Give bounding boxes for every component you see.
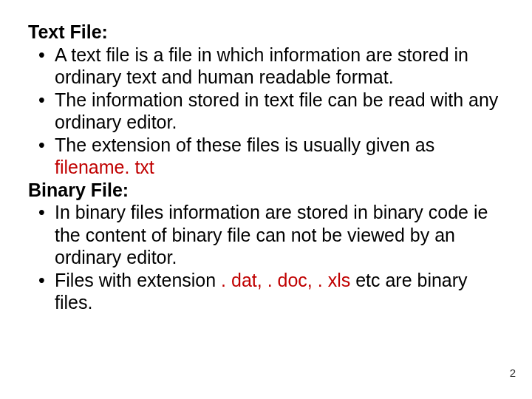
section-heading-text-file: Text File:	[28, 21, 508, 44]
section-heading-binary-file: Binary File:	[28, 179, 508, 202]
page-number: 2	[510, 366, 516, 380]
list-item: The information stored in text file can …	[34, 89, 508, 134]
list-item: Files with extension . dat, . doc, . xls…	[34, 269, 508, 314]
list-item-text: In binary files information are stored i…	[55, 202, 488, 267]
list-item: A text file is a file in which informati…	[34, 44, 508, 89]
list-item: The extension of these files is usually …	[34, 134, 508, 179]
list-item: In binary files information are stored i…	[34, 201, 508, 269]
slide-content: Text File: A text file is a file in whic…	[28, 21, 508, 314]
list-item-red: . dat, . doc, . xls	[221, 270, 350, 290]
list-item-red: filename. txt	[55, 157, 154, 177]
list-text-file: A text file is a file in which informati…	[28, 44, 508, 179]
list-binary-file: In binary files information are stored i…	[28, 201, 508, 314]
list-item-text: A text file is a file in which informati…	[55, 44, 468, 88]
list-item-text: The information stored in text file can …	[55, 89, 498, 133]
list-item-prefix: The extension of these files is usually …	[55, 134, 434, 155]
list-item-prefix: Files with extension	[55, 270, 221, 290]
